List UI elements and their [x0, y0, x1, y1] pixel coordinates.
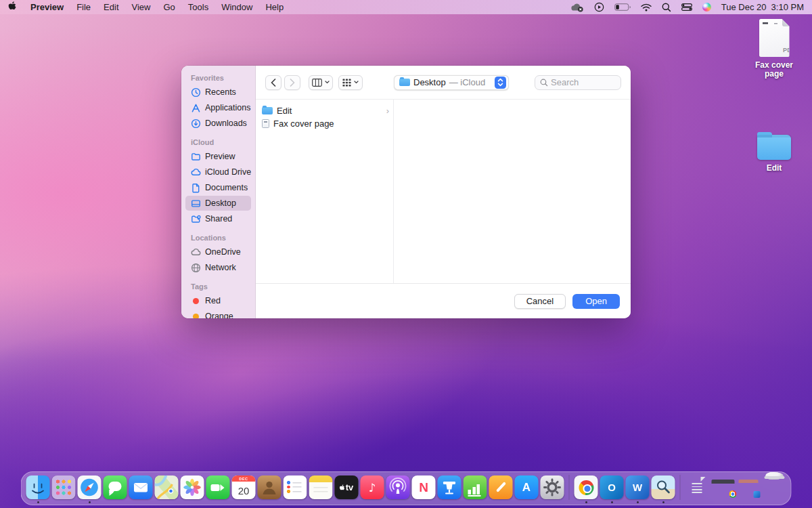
- dock-app-store[interactable]: A: [515, 475, 539, 499]
- search-field[interactable]: [535, 75, 621, 90]
- dock-notes[interactable]: [309, 475, 333, 499]
- column-view-button[interactable]: [309, 75, 333, 90]
- dock-finder[interactable]: [26, 475, 50, 499]
- running-indicator: [611, 501, 613, 503]
- dock-calendar[interactable]: DEC20: [232, 475, 256, 499]
- app-menu-preview[interactable]: Preview: [30, 2, 64, 12]
- chrome-icon: [574, 475, 598, 499]
- back-button[interactable]: [265, 75, 281, 90]
- chevron-right-icon: [386, 106, 389, 115]
- open-file-dialog: Favorites Recents Applications Downloads…: [181, 66, 631, 318]
- orange-tag-icon: [193, 314, 199, 319]
- file-row-edit[interactable]: Edit: [256, 104, 393, 117]
- sidebar-section-title: Locations: [181, 234, 255, 242]
- search-input[interactable]: [551, 77, 616, 87]
- apple-menu[interactable]: [8, 1, 16, 13]
- menu-view[interactable]: View: [132, 2, 151, 12]
- dock-music[interactable]: ♪: [361, 475, 384, 499]
- dock-photos[interactable]: [181, 475, 204, 499]
- running-indicator: [585, 501, 587, 503]
- dock-podcasts[interactable]: [386, 475, 410, 499]
- sidebar-item-applications[interactable]: Applications: [185, 100, 251, 115]
- dock-facetime[interactable]: [206, 475, 230, 499]
- now-playing-icon[interactable]: [594, 2, 604, 12]
- menu-go[interactable]: Go: [163, 2, 175, 12]
- sidebar-item-label: Downloads: [205, 119, 247, 128]
- file-browser: Edit Fax cover page: [256, 100, 631, 283]
- dock-outlook[interactable]: O: [600, 475, 624, 499]
- shared-folder-icon: [191, 214, 201, 224]
- dock-safari[interactable]: [78, 475, 102, 499]
- dock-maps[interactable]: [155, 475, 179, 499]
- apple-logo-icon: [340, 484, 345, 491]
- open-button[interactable]: Open: [572, 294, 620, 309]
- download-icon: [191, 119, 201, 129]
- cancel-button[interactable]: Cancel: [514, 294, 566, 309]
- forward-button[interactable]: [284, 75, 300, 90]
- sidebar-item-label: Applications: [205, 103, 250, 112]
- menu-file[interactable]: File: [76, 2, 91, 12]
- dock-trash[interactable]: [763, 475, 786, 499]
- columns-icon: [312, 79, 322, 87]
- dock-mail[interactable]: [129, 475, 153, 499]
- maps-icon: [155, 475, 179, 499]
- outlook-icon: O: [600, 475, 624, 499]
- dock-keynote[interactable]: [438, 475, 461, 499]
- chevron-down-icon: [354, 81, 359, 84]
- dock-launchpad[interactable]: [52, 475, 76, 499]
- folder-icon: [262, 107, 273, 114]
- file-row-fax-cover-page[interactable]: Fax cover page: [256, 117, 393, 130]
- sidebar-item-icloud-drive[interactable]: iCloud Drive: [185, 165, 251, 179]
- dock-tv[interactable]: tv: [335, 475, 359, 499]
- sidebar-item-preview[interactable]: Preview: [185, 149, 251, 164]
- dock-messages[interactable]: [104, 475, 127, 499]
- notes-icon: [309, 475, 333, 499]
- clock-icon: [191, 87, 201, 98]
- sidebar-item-onedrive[interactable]: OneDrive: [185, 245, 251, 259]
- dock-minimized-chrome-window[interactable]: [711, 475, 735, 499]
- menu-bar-clock[interactable]: Tue Dec 203:10 PM: [721, 2, 804, 12]
- sidebar-item-documents[interactable]: Documents: [185, 180, 251, 195]
- sidebar-item-network[interactable]: Network: [185, 260, 251, 275]
- dock-numbers[interactable]: [464, 475, 487, 499]
- desktop-icon-edit-folder[interactable]: Edit: [748, 131, 800, 173]
- dock-pages[interactable]: [489, 475, 513, 499]
- dock-news[interactable]: N: [412, 475, 436, 499]
- sidebar-item-downloads[interactable]: Downloads: [185, 116, 251, 131]
- dock-minimized-document[interactable]: [685, 475, 709, 499]
- wifi-icon[interactable]: [641, 3, 652, 12]
- sidebar-item-desktop[interactable]: Desktop: [185, 196, 251, 211]
- dock-contacts[interactable]: [258, 475, 281, 499]
- dock-word[interactable]: W: [626, 475, 650, 499]
- running-indicator: [637, 501, 639, 503]
- dock-chrome[interactable]: [574, 475, 598, 499]
- desktop-icon-fax-cover-page[interactable]: PDF Fax cover page: [748, 19, 800, 78]
- location-dropdown[interactable]: Desktop — iCloud: [394, 75, 509, 90]
- control-center-icon[interactable]: [681, 3, 692, 11]
- group-view-button[interactable]: [338, 75, 363, 90]
- sidebar-item-tag-orange[interactable]: Orange: [185, 309, 251, 318]
- desktop-icon-label: Fax cover page: [748, 61, 800, 78]
- document-icon: [262, 119, 269, 128]
- dropdown-stepper-icon[interactable]: [495, 77, 506, 89]
- menu-window[interactable]: Window: [221, 2, 252, 12]
- menu-tools[interactable]: Tools: [188, 2, 208, 12]
- dock-reminders[interactable]: [284, 475, 307, 499]
- dock-preview[interactable]: [652, 475, 675, 499]
- sidebar-item-shared[interactable]: Shared: [185, 211, 251, 226]
- dock-minimized-word-window[interactable]: [737, 475, 761, 499]
- menu-edit[interactable]: Edit: [104, 2, 118, 12]
- dock-system-preferences[interactable]: [541, 475, 564, 499]
- spotlight-icon[interactable]: [662, 3, 671, 12]
- pdf-file-icon: PDF: [759, 19, 790, 57]
- sidebar-item-tag-red[interactable]: Red: [185, 293, 251, 308]
- sidebar-item-recents[interactable]: Recents: [185, 85, 251, 100]
- menu-help[interactable]: Help: [265, 2, 284, 12]
- siri-icon[interactable]: [702, 3, 711, 12]
- chevron-right-icon: [290, 79, 295, 87]
- word-logo-text: W: [626, 475, 650, 499]
- contacts-icon: [258, 475, 281, 499]
- onedrive-sync-error-icon[interactable]: [570, 3, 584, 12]
- battery-icon[interactable]: [614, 3, 631, 11]
- dock-separator: [569, 475, 570, 500]
